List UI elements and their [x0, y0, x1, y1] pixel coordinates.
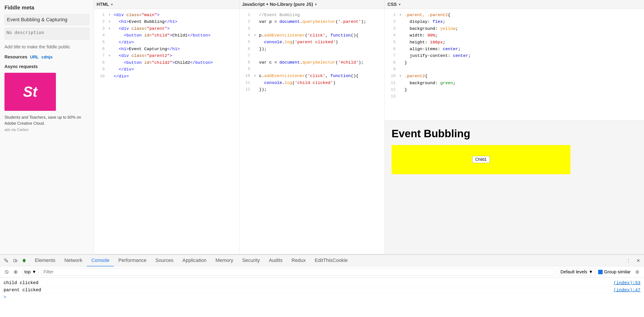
css-line-12: 12 }	[385, 86, 644, 93]
tab-sources[interactable]: Sources	[151, 255, 178, 266]
child1-button[interactable]: Child1	[472, 156, 490, 163]
fiddle-title-input[interactable]	[4, 14, 89, 25]
console-source-parent[interactable]: (index):47	[614, 287, 640, 292]
html-dropdown-arrow[interactable]: ▼	[110, 3, 114, 6]
devtools-icons	[2, 256, 28, 265]
tab-audits[interactable]: Audits	[264, 255, 287, 266]
html-line-5: 5 </div>	[94, 39, 239, 46]
js-editor: JavaScript + No-Library (pure JS) ▼ 1 //…	[240, 0, 385, 254]
html-line-7: 7 ▾ <div class="parent2">	[94, 52, 239, 59]
resources-heading: Resources URL cdnjs	[4, 54, 89, 60]
css-code-area[interactable]: 1 ▾ .parent, .parent2{ 2 display: flex; …	[385, 9, 644, 120]
log-level-arrow: ▼	[588, 269, 593, 274]
log-level-selector[interactable]: Default levels ▼	[558, 268, 596, 275]
js-line-6: 6 });	[240, 46, 385, 52]
js-line-10: 10 ▾ c.addEventListener('click', functio…	[240, 73, 385, 79]
ad-text: Students and Teachers, save up to 60% on…	[4, 114, 89, 127]
svg-rect-0	[4, 259, 6, 260]
context-selector[interactable]: top ▼	[22, 268, 38, 275]
console-text-parent: parent clicked	[4, 287, 41, 292]
tab-elements[interactable]: Elements	[30, 255, 60, 266]
css-line-7: 7 justify-content: center;	[385, 52, 644, 59]
console-source-child[interactable]: (index):53	[614, 280, 640, 285]
fiddle-description-input[interactable]	[4, 28, 89, 39]
devtools-more-icon[interactable]: ⋮	[624, 256, 632, 265]
ad-box[interactable]: St	[4, 73, 56, 111]
async-heading: Async requests	[4, 64, 89, 69]
svg-rect-3	[14, 259, 16, 262]
context-dropdown-arrow: ▼	[32, 269, 36, 274]
url-link[interactable]: URL	[30, 55, 39, 60]
console-line-1: child clicked (index):53	[4, 279, 640, 286]
js-line-11: 11 console.log('child clicked')	[240, 80, 385, 86]
device-toolbar-icon[interactable]	[11, 256, 20, 265]
editor-area: HTML ▼ 1 ▾ <div class="main"> 2	[94, 0, 384, 254]
console-icons	[3, 268, 20, 276]
preview-area: CSS ▼ 1 ▾ .parent, .parent2{ 2 display: …	[384, 0, 644, 254]
js-editor-header[interactable]: JavaScript + No-Library (pure JS) ▼	[240, 0, 385, 9]
js-dropdown-arrow[interactable]: ▼	[314, 3, 318, 6]
js-line-9: 9	[240, 66, 385, 73]
css-line-13: 13	[385, 93, 644, 100]
group-similar-label: Group similar	[604, 269, 630, 274]
tab-application[interactable]: Application	[178, 255, 211, 266]
js-line-7: 7	[240, 52, 385, 59]
preview-panel: Event Bubbling Child1	[385, 121, 644, 254]
css-line-5: 5 height: 100px;	[385, 39, 644, 46]
tab-editthiscookie[interactable]: EditThisCookie	[310, 255, 352, 266]
html-line-8: 8 <button id="child2">Child2</button>	[94, 59, 239, 66]
css-editor-header[interactable]: CSS ▼	[385, 0, 644, 9]
ad-via: ads via Carbon	[4, 128, 89, 132]
js-line-12: 12 });	[240, 86, 385, 93]
devtools-close-icon[interactable]: ✕	[634, 256, 642, 265]
group-similar-control: Group similar	[598, 269, 630, 274]
html-line-2: 2 ▾ <h1>Event Bubbling</h1>	[94, 18, 239, 25]
console-stop-icon[interactable]	[12, 268, 20, 276]
html-line-1: 1 ▾ <div class="main">	[94, 12, 239, 18]
ad-logo-letter: St	[23, 84, 37, 100]
html-line-4: 4 <button id="child">Child1</button>	[94, 32, 239, 39]
html-code-area[interactable]: 1 ▾ <div class="main"> 2 ▾ <h1>Event Bub…	[94, 9, 239, 254]
js-code-area[interactable]: 1 //Event Bubbling 2 var p = document.qu…	[240, 9, 385, 254]
async-section: Async requests	[4, 64, 89, 69]
devtools-close-area: ⋮ ✕	[624, 256, 642, 265]
html-editor: HTML ▼ 1 ▾ <div class="main"> 2	[94, 0, 240, 254]
shield-icon[interactable]	[20, 256, 28, 265]
css-line-1: 1 ▾ .parent, .parent2{	[385, 12, 644, 18]
svg-rect-8	[15, 271, 16, 273]
html-label: HTML	[96, 2, 109, 7]
tab-console[interactable]: Console	[87, 255, 114, 266]
css-line-10: 10 ▾ .parent2{	[385, 73, 644, 80]
css-line-4: 4 width: 80%;	[385, 32, 644, 39]
tab-memory[interactable]: Memory	[211, 255, 238, 266]
console-filter-bar: top ▼ Default levels ▼ Group similar ⚙	[0, 266, 644, 278]
css-line-9: 9	[385, 66, 644, 73]
console-text-child: child clicked	[4, 280, 38, 285]
fiddle-meta-heading: Fiddle meta	[4, 5, 89, 11]
console-prompt: >	[4, 295, 6, 300]
tab-network[interactable]: Network	[60, 255, 87, 266]
console-filter-input[interactable]	[41, 268, 556, 275]
devtools-panel: Elements Network Console Performance Sou…	[0, 254, 644, 317]
cdnjs-link[interactable]: cdnjs	[41, 55, 52, 60]
js-line-3: 3	[240, 25, 385, 32]
console-line-2: parent clicked (index):47	[4, 286, 640, 294]
log-level-label: Default levels	[560, 269, 587, 274]
css-line-6: 6 align-items: center;	[385, 46, 644, 52]
tab-security[interactable]: Security	[238, 255, 264, 266]
css-line-3: 3 background: yellow;	[385, 25, 644, 32]
js-line-2: 2 var p = document.querySelector('.paren…	[240, 18, 385, 25]
html-line-6: 6 <h1>Event Capturing</h1>	[94, 46, 239, 52]
console-settings-icon[interactable]: ⚙	[633, 268, 641, 276]
add-title-note: Add title to make the fiddle public	[4, 44, 89, 50]
console-clear-icon[interactable]	[3, 268, 11, 276]
tab-performance[interactable]: Performance	[114, 255, 151, 266]
group-similar-checkbox[interactable]	[598, 270, 603, 274]
html-line-9: 9 </div>	[94, 66, 239, 73]
js-label: JavaScript + No-Library (pure JS)	[242, 2, 313, 7]
inspect-element-icon[interactable]	[2, 256, 11, 265]
html-editor-header[interactable]: HTML ▼	[94, 0, 239, 9]
js-line-1: 1 //Event Bubbling	[240, 12, 385, 18]
css-dropdown-arrow[interactable]: ▼	[398, 3, 401, 6]
tab-redux[interactable]: Redux	[287, 255, 310, 266]
